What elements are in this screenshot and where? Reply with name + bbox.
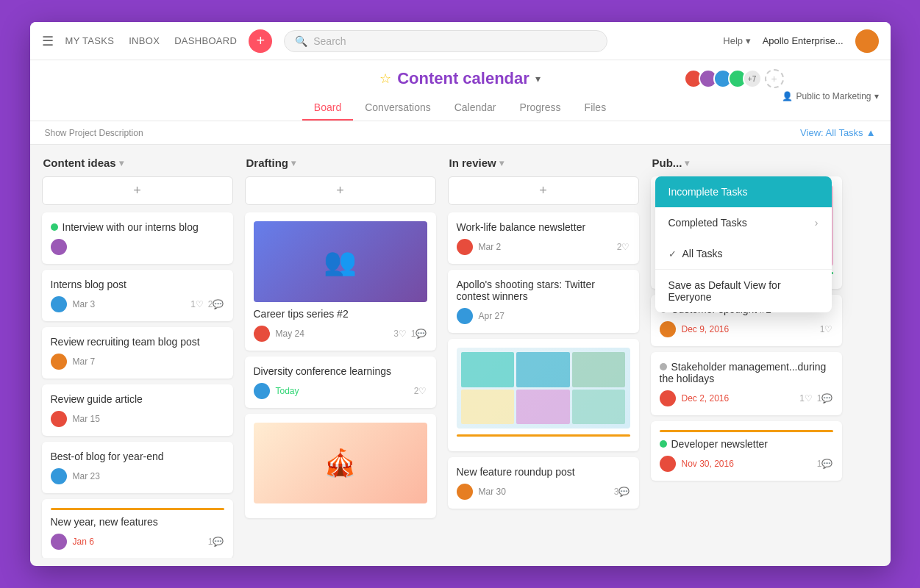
- card-date: Jan 6: [73, 537, 94, 547]
- title-chevron-icon[interactable]: ▾: [535, 73, 541, 85]
- dash-cell-2: [516, 352, 570, 387]
- card-image-illustration: 🎪: [254, 423, 427, 503]
- card-meta: Mar 7: [51, 354, 224, 370]
- card-meta: [51, 239, 224, 255]
- add-member-button[interactable]: +: [765, 69, 784, 88]
- card-likes[interactable]: 1♡: [190, 299, 204, 309]
- card-date: Mar 3: [73, 299, 96, 309]
- card-date: Mar 30: [479, 487, 506, 497]
- view-all-tasks[interactable]: View: All Tasks ▲: [800, 127, 875, 138]
- chevron-right-icon: ›: [815, 217, 819, 229]
- search-bar[interactable]: 🔍 Search: [284, 30, 607, 52]
- dropdown-item-incomplete-tasks[interactable]: Incomplete Tasks: [655, 176, 832, 207]
- project-title: Content calendar: [397, 69, 529, 88]
- tab-calendar[interactable]: Calendar: [443, 96, 508, 121]
- card-meta: Dec 2, 2016 1♡ 1💬: [660, 390, 833, 406]
- card-title: Best-of blog for year-end: [51, 451, 224, 462]
- hamburger-icon[interactable]: ☰: [42, 33, 54, 49]
- help-button[interactable]: Help ▾: [723, 35, 750, 46]
- add-button[interactable]: +: [249, 29, 272, 53]
- tab-board[interactable]: Board: [302, 96, 353, 121]
- add-task-in-review[interactable]: +: [448, 176, 639, 205]
- card-avatar: [660, 321, 676, 337]
- card-meta: Nov 30, 2016 1💬: [660, 456, 833, 472]
- card-avatar: [51, 468, 67, 484]
- tab-files[interactable]: Files: [573, 96, 618, 121]
- card-comments[interactable]: 1💬: [208, 537, 224, 547]
- card-date: May 24: [276, 329, 304, 339]
- card-likes[interactable]: 2♡: [617, 242, 630, 252]
- column-header-published: Pub... ▾: [651, 157, 842, 169]
- card-likes[interactable]: 1♡: [799, 393, 813, 404]
- card-comments[interactable]: 1💬: [817, 393, 833, 404]
- card-interns-blog-post: Interns blog post Mar 3 1♡ 2💬: [42, 270, 233, 321]
- card-likes[interactable]: 2♡: [414, 386, 427, 396]
- card-stakeholder: Stakeholder management...during the holi…: [651, 352, 842, 415]
- header-right: Help ▾ Apollo Enterprise...: [723, 29, 878, 53]
- my-tasks-nav[interactable]: MY TASKS: [65, 35, 115, 46]
- card-progress-bar: [660, 430, 833, 432]
- app-window: ☰ MY TASKS INBOX DASHBOARD + 🔍 Search He…: [30, 22, 891, 566]
- show-project-description[interactable]: Show Project Description: [45, 128, 143, 138]
- card-avatar: [457, 308, 473, 324]
- card-avatar: [51, 534, 67, 550]
- check-icon: ✓: [668, 248, 677, 259]
- column-header-drafting: Drafting ▾: [245, 157, 436, 169]
- card-actions: 1💬: [208, 537, 224, 547]
- card-new-year-features: New year, new features Jan 6 1💬: [42, 499, 233, 558]
- header: ☰ MY TASKS INBOX DASHBOARD + 🔍 Search He…: [30, 22, 891, 60]
- dropdown-item-save-default[interactable]: Save as Default View for Everyone: [655, 269, 832, 312]
- card-title: Interns blog post: [51, 279, 224, 290]
- card-avatar: [457, 484, 473, 500]
- card-comments[interactable]: 3💬: [614, 487, 630, 497]
- dash-cell-6: [572, 390, 626, 425]
- inbox-nav[interactable]: INBOX: [129, 35, 160, 46]
- card-image-meeting: 👥: [254, 221, 427, 302]
- dashboard-nav[interactable]: DASHBOARD: [174, 35, 237, 46]
- card-meta: Today 2♡: [254, 383, 427, 399]
- card-meta: Mar 30 3💬: [457, 484, 630, 500]
- member-count[interactable]: +7: [743, 69, 762, 88]
- dropdown-item-label: Save as Default View for Everyone: [668, 279, 819, 303]
- project-header: ☆ Content calendar ▾ +7 + 👤 Public to Ma…: [30, 60, 891, 121]
- column-title-content-ideas: Content ideas ▾: [43, 157, 124, 169]
- card-comments[interactable]: 1💬: [411, 329, 427, 339]
- user-avatar[interactable]: [855, 29, 879, 53]
- tab-conversations[interactable]: Conversations: [353, 96, 443, 121]
- column-title-in-review: In review ▾: [449, 157, 504, 169]
- card-image-dashboard: [457, 348, 630, 429]
- tab-progress[interactable]: Progress: [508, 96, 573, 121]
- card-actions: 1♡ 1💬: [799, 393, 832, 404]
- card-comments[interactable]: 1💬: [817, 459, 833, 469]
- card-meta: Apr 27: [457, 308, 630, 324]
- card-date: Mar 15: [73, 414, 100, 424]
- card-title: New feature roundup post: [457, 466, 630, 478]
- card-likes[interactable]: 3♡: [393, 329, 407, 339]
- card-actions: 1♡ 2💬: [190, 299, 224, 309]
- card-likes[interactable]: 1♡: [820, 324, 833, 334]
- dropdown-item-label: All Tasks: [682, 248, 723, 259]
- column-header-in-review: In review ▾: [448, 157, 639, 169]
- card-shooting-stars: Apollo's shooting stars: Twitter contest…: [448, 270, 639, 333]
- org-name: Apollo Enterprise...: [763, 35, 844, 46]
- column-in-review: In review ▾ + Work-life balance newslett…: [448, 157, 639, 514]
- card-date: Mar 23: [73, 471, 100, 481]
- sub-header: Show Project Description View: All Tasks…: [30, 121, 891, 145]
- status-dot: [660, 363, 667, 370]
- dropdown-item-completed-tasks[interactable]: Completed Tasks ›: [655, 207, 832, 238]
- card-date: Nov 30, 2016: [682, 459, 734, 469]
- column-title-drafting: Drafting ▾: [246, 157, 296, 169]
- add-task-drafting[interactable]: +: [245, 176, 436, 205]
- star-icon[interactable]: ☆: [379, 71, 391, 87]
- card-actions: 3💬: [614, 487, 630, 497]
- public-chevron-icon[interactable]: ▾: [874, 91, 879, 101]
- card-actions: 3♡ 1💬: [393, 329, 427, 339]
- card-avatar: [51, 354, 67, 370]
- card-comments[interactable]: 2💬: [208, 299, 224, 309]
- view-chevron-icon: ▲: [866, 127, 876, 138]
- card-title: Interview with our interns blog: [51, 221, 224, 233]
- dropdown-item-all-tasks[interactable]: ✓ All Tasks: [655, 238, 832, 269]
- people-icon: 👤: [782, 91, 793, 101]
- add-task-content-ideas[interactable]: +: [42, 176, 233, 205]
- dropdown-item-label: Incomplete Tasks: [668, 186, 748, 198]
